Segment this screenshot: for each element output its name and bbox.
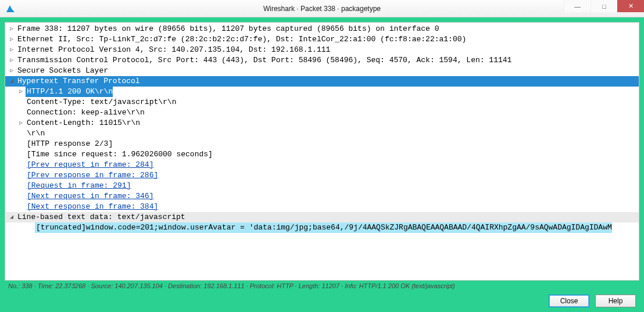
tree-label: \r\n [26,128,45,139]
tree-label: [Time since request: 1.962026000 seconds… [26,149,213,160]
tree-spacer-icon: ▷ [17,150,25,159]
tree-row[interactable]: ▷\r\n [5,128,639,139]
close-button[interactable]: Close [549,295,589,307]
tree-link[interactable]: [Request in frame: 291] [26,181,131,191]
expand-icon[interactable]: ▷ [17,88,25,96]
tree-row[interactable]: ▷[Request in frame: 291] [5,181,639,191]
tree-spacer-icon: ▷ [17,109,25,117]
wireshark-fin-icon [5,3,16,15]
expand-icon[interactable]: ▷ [8,56,16,64]
tree-link[interactable]: [Next request in frame: 346] [26,191,153,202]
tree-link[interactable]: [Prev response in frame: 286] [26,170,158,181]
expand-icon[interactable]: ▷ [8,25,16,33]
collapse-icon[interactable]: ◢ [8,213,16,221]
tree-row[interactable]: ▷Secure Sockets Layer [5,66,639,76]
tree-row[interactable]: ▷[truncated]window.code=201;window.userA… [5,223,639,233]
collapse-icon[interactable]: ◢ [8,77,16,85]
minimize-button[interactable]: — [564,0,591,12]
tree-label: Internet Protocol Version 4, Src: 140.20… [16,45,330,55]
expand-icon[interactable]: ▷ [8,35,16,44]
tree-row[interactable]: ▷[Prev request in frame: 284] [5,160,639,170]
tree-row[interactable]: ▷Content-Length: 11015\r\n [5,118,639,128]
tree-label: Transmission Control Protocol, Src Port:… [16,55,511,66]
tree-spacer-icon: ▷ [17,130,25,138]
packet-tree: ▷Frame 338: 11207 bytes on wire (89656 b… [5,24,639,233]
tree-label: [HTTP response 2/3] [26,139,113,149]
packet-details-panel: ▷Frame 338: 11207 bytes on wire (89656 b… [5,22,639,281]
tree-row[interactable]: ▷[Next request in frame: 346] [5,191,639,202]
tree-label: [truncated]window.code=201;window.userAv… [35,223,612,233]
tree-link[interactable]: [Next response in frame: 384] [26,202,158,212]
tree-label: Ethernet II, Src: Tp-LinkT_2c:d7:fe (28:… [16,34,466,45]
tree-spacer-icon: ▷ [17,98,25,106]
tree-row[interactable]: ▷Connection: keep-alive\r\n [5,107,639,118]
tree-label: Secure Sockets Layer [16,66,108,76]
tree-spacer-icon: ▷ [17,192,25,200]
tree-label: Connection: keep-alive\r\n [26,107,145,118]
tree-row[interactable]: ▷[Prev response in frame: 286] [5,170,639,181]
tree-label: Content-Type: text/javascript\r\n [26,97,176,107]
window-titlebar: Wireshark · Packet 338 · packagetype — □… [0,0,644,17]
packet-tree-scroll[interactable]: ▷Frame 338: 11207 bytes on wire (89656 b… [5,23,639,280]
tree-row[interactable]: ▷HTTP/1.1 200 OK\r\n [5,87,639,97]
tree-label: Line-based text data: text/javascript [16,212,185,223]
tree-link[interactable]: [Prev request in frame: 284] [26,160,153,170]
tree-spacer-icon: ▷ [17,203,25,211]
expand-icon[interactable]: ▷ [8,46,16,54]
help-button[interactable]: Help [595,295,636,307]
tree-row[interactable]: ▷Transmission Control Protocol, Src Port… [5,55,639,66]
tree-row[interactable]: ▷Content-Type: text/javascript\r\n [5,97,639,107]
dialog-body: ▷Frame 338: 11207 bytes on wire (89656 b… [0,17,644,312]
tree-label: Hypertext Transfer Protocol [16,76,140,87]
window-close-button[interactable]: ✕ [617,0,644,12]
window-controls: — □ ✕ [564,0,644,17]
maximize-button[interactable]: □ [591,0,617,12]
expand-icon[interactable]: ▷ [8,67,16,75]
tree-row[interactable]: ▷[HTTP response 2/3] [5,139,639,149]
tree-row[interactable]: ▷Frame 338: 11207 bytes on wire (89656 b… [5,24,639,34]
tree-label: Frame 338: 11207 bytes on wire (89656 bi… [16,24,439,34]
tree-spacer-icon: ▷ [17,182,25,190]
tree-row[interactable]: ▷Internet Protocol Version 4, Src: 140.2… [5,45,639,55]
tree-row[interactable]: ◢Hypertext Transfer Protocol [5,76,639,87]
status-bar: No.: 338 · Time: 22.373268 · Source: 140… [5,281,639,293]
tree-row[interactable]: ◢Line-based text data: text/javascript [5,212,639,223]
tree-spacer-icon: ▷ [26,224,34,232]
tree-label: Content-Length: 11015\r\n [26,118,140,128]
tree-spacer-icon: ▷ [17,161,25,169]
tree-spacer-icon: ▷ [17,140,25,148]
window-title: Wireshark · Packet 338 · packagetype [263,5,381,13]
tree-spacer-icon: ▷ [17,171,25,180]
tree-row[interactable]: ▷[Next response in frame: 384] [5,202,639,212]
tree-row[interactable]: ▷[Time since request: 1.962026000 second… [5,149,639,160]
tree-label: HTTP/1.1 200 OK\r\n [26,87,113,97]
expand-icon[interactable]: ▷ [17,119,25,127]
dialog-button-row: Close Help [5,293,639,307]
tree-row[interactable]: ▷Ethernet II, Src: Tp-LinkT_2c:d7:fe (28… [5,34,639,45]
